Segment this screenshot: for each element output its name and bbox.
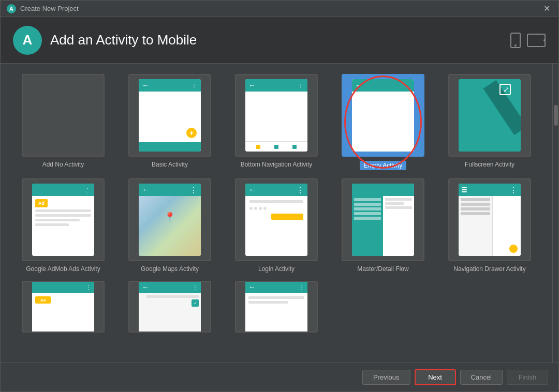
activity-item-partial-3[interactable]: ← ⋮: [226, 281, 327, 333]
list-item-1: [354, 198, 381, 201]
list-item-5: [354, 217, 381, 220]
activity-item-basic[interactable]: ← ⋮ + Basic Activity: [120, 74, 220, 170]
admob-line-1: [35, 209, 91, 212]
partial-1-ad: Ad: [35, 296, 51, 304]
basic-activity-label: Basic Activity: [152, 161, 188, 168]
bottom-nav-back: ←: [248, 81, 256, 89]
activity-item-nav-drawer[interactable]: ⋮: [439, 178, 540, 273]
pwd-dot-4: [263, 207, 267, 210]
hamburger-icon: [462, 187, 467, 192]
device-icons: [509, 32, 546, 49]
scrollbar-thumb[interactable]: [554, 105, 558, 126]
pwd-dot-3: [259, 207, 262, 210]
login-menu: ⋮: [296, 185, 304, 195]
activity-item-fullscreen[interactable]: ⤢ Fullscreen Activity: [439, 74, 540, 170]
bottom-nav-dots: ⋮: [298, 83, 304, 88]
nav-drawer-dots: ⋮: [509, 185, 518, 195]
nav-drawer-body: [459, 196, 521, 256]
activity-item-partial-2[interactable]: ← ⋮ ✓: [120, 281, 220, 333]
nav-drawer-label: Navigation Drawer Activity: [453, 265, 525, 273]
login-password-dots: [249, 207, 303, 210]
activity-grid-area[interactable]: Add No Activity ← ⋮ +: [1, 64, 552, 363]
detail-line-1: [385, 198, 412, 201]
basic-menu-dots: ⋮: [192, 83, 198, 88]
android-studio-logo: A: [13, 26, 42, 55]
finish-button[interactable]: Finish: [507, 370, 548, 385]
partial-1-mockup: ⋮ Ad: [32, 281, 94, 333]
login-label: Login Activity: [258, 265, 295, 273]
h-line-1: [462, 187, 467, 188]
svg-text:⤢: ⤢: [503, 85, 509, 94]
nav-drawer-thumb: ⋮: [448, 178, 531, 261]
activity-item-master-detail[interactable]: Master/Detail Flow: [333, 178, 433, 273]
nav-dot-3: [292, 145, 297, 149]
partial-2-check: ✓: [192, 299, 199, 307]
activity-item-bottom-nav[interactable]: ← ⋮ Bottom Navigation Activity: [226, 74, 327, 170]
maps-menu: ⋮: [189, 185, 198, 195]
nav-drawer-fab: [509, 245, 518, 253]
cancel-button[interactable]: Cancel: [460, 370, 503, 385]
empty-phone-mockup: ←: [352, 79, 414, 152]
close-button[interactable]: ✕: [541, 4, 552, 14]
map-background: [139, 196, 201, 256]
fullscreen-label: Fullscreen Activity: [465, 161, 514, 168]
partial-2-dots: ⋮: [193, 284, 198, 290]
partial-1-body: Ad: [32, 293, 94, 333]
maps-thumb: ← ⋮ 📍: [128, 178, 211, 261]
header: A Add an Activity to Mobile: [1, 17, 558, 64]
partial-3-thumb: ← ⋮: [235, 281, 318, 333]
h-line-3: [462, 191, 467, 192]
title-bar-text: Create New Project: [20, 5, 79, 12]
mobile-icon: [509, 32, 525, 49]
activity-item-login[interactable]: ← ⋮: [226, 178, 327, 273]
drawer-item-1: [461, 198, 490, 201]
drawer-item-2: [461, 203, 490, 206]
activity-grid: Add No Activity ← ⋮ +: [13, 74, 540, 333]
bottom-nav-label: Bottom Navigation Activity: [241, 161, 313, 168]
admob-line-3: [35, 219, 80, 221]
login-email-field: [249, 200, 303, 203]
login-top-bar: ← ⋮: [245, 184, 307, 196]
nav-drawer-phone-mockup: ⋮: [459, 184, 521, 256]
next-button[interactable]: Next: [415, 369, 456, 385]
nav-dot-1: [256, 145, 260, 149]
empty-top-bar: ←: [352, 79, 414, 92]
bottom-nav-phone-mockup: ← ⋮: [245, 79, 307, 152]
title-bar: A Create New Project ✕: [1, 1, 558, 17]
ad-banner: Ad: [35, 199, 48, 207]
previous-button[interactable]: Previous: [362, 370, 410, 385]
detail-line-3: [385, 206, 412, 209]
content-area: Add No Activity ← ⋮ +: [1, 64, 558, 363]
partial-3-back: ←: [248, 283, 256, 291]
drawer-panel: [459, 196, 493, 256]
add-no-activity-label: Add No Activity: [42, 161, 84, 168]
pwd-dot-1: [249, 207, 253, 210]
partial-3-dots: ⋮: [299, 284, 304, 290]
login-body: [245, 196, 307, 256]
empty-back-arrow: ←: [355, 81, 362, 89]
empty-phone-body: [352, 92, 414, 152]
activity-item-admob[interactable]: ⋮ Ad Google AdMob Ads Activity: [13, 178, 113, 273]
maps-body: 📍: [139, 196, 201, 256]
partial-3-body: [245, 293, 307, 333]
h-line-2: [462, 189, 467, 190]
nav-drawer-top-bar: ⋮: [459, 184, 521, 196]
activity-item-add-no-activity[interactable]: Add No Activity: [13, 74, 113, 170]
android-logo-small: A: [7, 4, 16, 13]
maps-phone-mockup: ← ⋮ 📍: [139, 184, 201, 256]
svg-point-5: [514, 44, 517, 47]
maps-back: ←: [142, 185, 150, 194]
activity-item-empty[interactable]: ← Empty Activity: [333, 74, 433, 170]
pwd-dot-2: [254, 207, 257, 210]
master-body: [352, 196, 414, 256]
basic-top-bar: ← ⋮: [139, 79, 201, 92]
list-item-2: [354, 203, 381, 206]
partial-2-mockup: ← ⋮ ✓: [139, 281, 201, 333]
nav-dot-2: [274, 145, 278, 149]
activity-item-maps[interactable]: ← ⋮ 📍 Google Maps Activity: [120, 178, 220, 273]
header-left: A Add an Activity to Mobile: [13, 26, 197, 55]
partial-1-dots: ⋮: [86, 284, 91, 290]
scrollbar[interactable]: [552, 64, 558, 363]
activity-item-partial-1[interactable]: ⋮ Ad: [13, 281, 113, 333]
create-project-dialog: A Create New Project ✕ A Add an Activity…: [0, 0, 559, 392]
